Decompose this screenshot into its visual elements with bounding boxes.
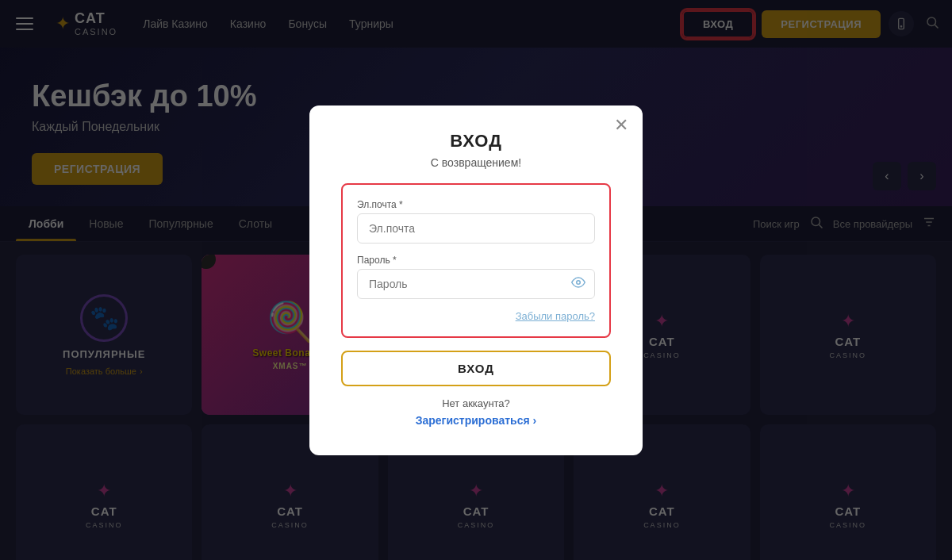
toggle-password-icon[interactable] <box>571 275 585 293</box>
modal-subtitle: С возвращением! <box>341 156 611 169</box>
email-input[interactable] <box>357 213 595 244</box>
login-modal: ✕ ВХОД С возвращением! Эл.почта * Пароль… <box>309 105 643 455</box>
forgot-password-link[interactable]: Забыли пароль? <box>357 310 595 322</box>
no-account-text: Нет аккаунта? <box>341 397 611 409</box>
email-group: Эл.почта * <box>357 199 595 244</box>
password-label: Пароль * <box>357 255 595 266</box>
register-link[interactable]: Зарегистрироваться › <box>341 414 611 427</box>
register-arrow-icon: › <box>533 414 537 427</box>
modal-overlay[interactable]: ✕ ВХОД С возвращением! Эл.почта * Пароль… <box>0 0 952 560</box>
svg-point-9 <box>577 280 581 284</box>
password-group: Пароль * <box>357 255 595 299</box>
login-form-box: Эл.почта * Пароль * Забыли па <box>341 183 611 338</box>
password-input[interactable] <box>357 269 595 299</box>
register-link-text: Зарегистрироваться <box>416 414 530 427</box>
modal-login-button[interactable]: ВХОД <box>341 351 611 386</box>
modal-title: ВХОД <box>341 131 611 152</box>
email-label: Эл.почта * <box>357 199 595 210</box>
modal-close-button[interactable]: ✕ <box>614 117 628 134</box>
